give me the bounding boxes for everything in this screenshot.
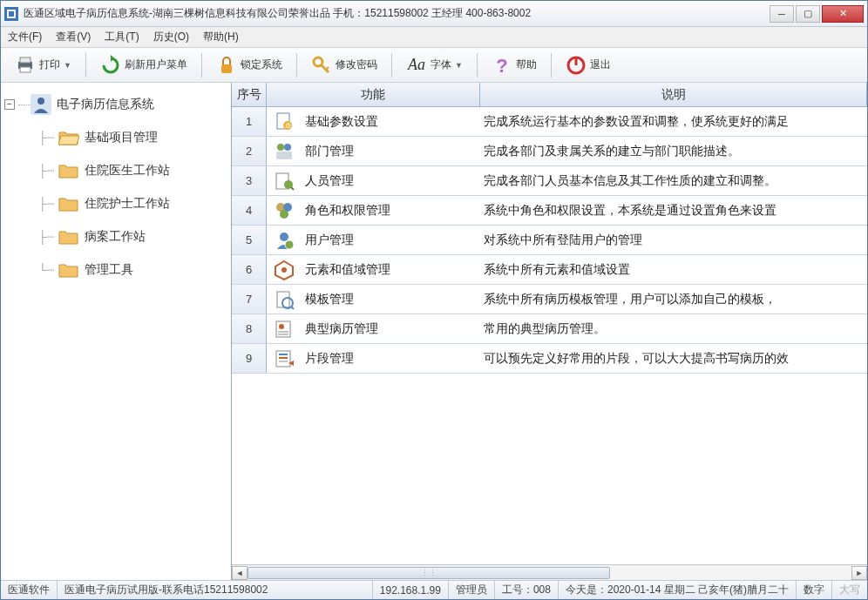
svg-point-15: [37, 98, 44, 104]
collapse-icon[interactable]: −: [4, 99, 15, 110]
print-button[interactable]: 打印 ▼: [8, 52, 78, 78]
col-func[interactable]: 功能: [267, 83, 480, 106]
font-button[interactable]: Aa 字体 ▼: [399, 52, 470, 78]
menu-tools[interactable]: 工具(T): [105, 30, 139, 44]
exit-button[interactable]: 退出: [559, 52, 618, 78]
row-func: 用户管理: [302, 233, 480, 248]
status-app: 医通软件: [1, 581, 58, 599]
menu-file[interactable]: 文件(F): [8, 30, 42, 44]
grid-row[interactable]: 4角色和权限管理系统中角色和权限设置，本系统是通过设置角色来设置: [232, 196, 867, 226]
row-seq: 1: [232, 107, 267, 136]
row-func: 基础参数设置: [302, 114, 480, 130]
row-seq: 8: [232, 314, 267, 343]
maximize-button[interactable]: ▢: [796, 5, 820, 23]
window-controls: ─ ▢ ✕: [770, 5, 864, 23]
print-label: 打印: [39, 57, 60, 72]
status-user: 管理员: [449, 581, 495, 599]
grid-row[interactable]: 7模板管理系统中所有病历模板管理，用户可以添加自己的模板，: [232, 285, 867, 314]
statusbar: 医通软件 医通电子病历试用版-联系电话15211598002 192.168.1…: [1, 580, 867, 599]
col-desc[interactable]: 说明: [480, 83, 867, 106]
refresh-button[interactable]: 刷新用户菜单: [93, 52, 194, 78]
menubar: 文件(F) 查看(V) 工具(T) 历史(O) 帮助(H): [1, 27, 867, 48]
help-button[interactable]: ? 帮助: [485, 52, 544, 78]
row-func: 模板管理: [302, 292, 480, 307]
separator: [551, 53, 552, 78]
folder-icon: [58, 193, 79, 214]
row-icon: [267, 230, 302, 251]
grid-row[interactable]: 6元素和值域管理系统中所有元素和值域设置: [232, 255, 867, 285]
menu-help[interactable]: 帮助(H): [203, 30, 239, 44]
svg-line-33: [291, 307, 294, 309]
svg-point-35: [279, 324, 284, 329]
row-desc: 完成各部门人员基本信息及其工作性质的建立和调整。: [480, 173, 867, 189]
grid-row[interactable]: 2部门管理完成各部门及隶属关系的建立与部门职能描述。: [232, 137, 867, 166]
person-icon: [31, 94, 51, 115]
row-func: 片段管理: [302, 351, 480, 367]
row-desc: 常用的典型病历管理。: [480, 321, 867, 337]
row-desc: 对系统中所有登陆用户的管理: [480, 233, 867, 248]
row-desc: 系统中所有元素和值域设置: [480, 262, 867, 278]
tree-item-label: 住院护士工作站: [85, 196, 170, 212]
grid-body: 1⚙基础参数设置完成系统运行基本的参数设置和调整，使系统更好的满足2部门管理完成…: [232, 107, 867, 564]
row-func: 部门管理: [302, 144, 480, 159]
grid-row[interactable]: 9片段管理可以预先定义好常用的片段，可以大大提高书写病历的效: [232, 344, 867, 374]
status-version: 医通电子病历试用版-联系电话15211598002: [58, 581, 373, 599]
exit-label: 退出: [590, 57, 611, 72]
tree-root[interactable]: − 电子病历信息系统: [4, 88, 227, 121]
folder-icon: [58, 226, 79, 247]
tree-item-admin[interactable]: └┈ 管理工具: [4, 253, 227, 287]
svg-text:⚙: ⚙: [285, 122, 291, 130]
lock-button[interactable]: 锁定系统: [209, 52, 289, 78]
password-button[interactable]: 修改密码: [304, 52, 384, 78]
status-ip: 192.168.1.99: [373, 581, 449, 599]
grid-row[interactable]: 1⚙基础参数设置完成系统运行基本的参数设置和调整，使系统更好的满足: [232, 107, 867, 137]
separator: [85, 53, 86, 78]
grid-row[interactable]: 3人员管理完成各部门人员基本信息及其工作性质的建立和调整。: [232, 166, 867, 196]
row-seq: 4: [232, 196, 267, 225]
grid-row[interactable]: 5用户管理对系统中所有登陆用户的管理: [232, 226, 867, 255]
sidebar-tree: − 电子病历信息系统 ├┈ 基础项目管理 ├┈ 住院医生工作站 ├┈ 住院护士工…: [1, 83, 232, 580]
minimize-button[interactable]: ─: [770, 5, 794, 23]
tree-item-doctor[interactable]: ├┈ 住院医生工作站: [4, 154, 227, 187]
svg-line-10: [326, 67, 329, 70]
scroll-left-icon[interactable]: ◄: [232, 566, 248, 580]
row-desc: 完成各部门及隶属关系的建立与部门职能描述。: [480, 144, 867, 159]
horizontal-scrollbar[interactable]: ◄ ⋮⋮ ►: [232, 564, 867, 580]
status-numlock: 数字: [797, 581, 832, 599]
app-icon: [4, 7, 18, 21]
row-desc: 完成系统运行基本的参数设置和调整，使系统更好的满足: [480, 114, 867, 130]
scroll-right-icon[interactable]: ►: [851, 566, 867, 580]
key-icon: [311, 55, 332, 76]
row-desc: 可以预先定义好常用的片段，可以大大提高书写病历的效: [480, 351, 867, 367]
dropdown-icon: ▼: [455, 61, 463, 70]
svg-point-19: [277, 144, 284, 151]
row-icon: [267, 200, 302, 221]
titlebar: 医通区域电子病历信息系统-湖南三棵树信息科技有限公司荣誉出品 手机：152115…: [1, 1, 867, 27]
row-func: 典型病历管理: [302, 321, 480, 337]
tree-item-records[interactable]: ├┈ 病案工作站: [4, 220, 227, 253]
row-seq: 5: [232, 226, 267, 254]
menu-view[interactable]: 查看(V): [56, 30, 91, 44]
svg-point-20: [284, 144, 291, 151]
close-button[interactable]: ✕: [822, 5, 864, 23]
tree-item-label: 住院医生工作站: [85, 163, 170, 179]
grid-row[interactable]: 8典型病历管理常用的典型病历管理。: [232, 314, 867, 344]
tree-item-basic[interactable]: ├┈ 基础项目管理: [4, 121, 227, 154]
scroll-track[interactable]: ⋮⋮: [248, 566, 851, 580]
font-label: 字体: [431, 57, 451, 72]
row-func: 角色和权限管理: [302, 203, 480, 219]
svg-text:?: ?: [496, 55, 507, 76]
printer-icon: [15, 55, 36, 76]
status-capslock: 大写: [832, 581, 867, 599]
tree-item-nurse[interactable]: ├┈ 住院护士工作站: [4, 187, 227, 220]
folder-icon: [58, 260, 79, 280]
row-icon: [267, 260, 302, 280]
scroll-thumb[interactable]: ⋮⋮: [248, 567, 610, 579]
col-seq[interactable]: 序号: [232, 83, 267, 106]
row-seq: 3: [232, 166, 267, 195]
menu-history[interactable]: 历史(O): [153, 30, 189, 44]
row-seq: 2: [232, 137, 267, 165]
content-grid: 序号 功能 说明 1⚙基础参数设置完成系统运行基本的参数设置和调整，使系统更好的…: [232, 83, 867, 580]
separator: [477, 53, 478, 78]
main-area: − 电子病历信息系统 ├┈ 基础项目管理 ├┈ 住院医生工作站 ├┈ 住院护士工…: [1, 83, 867, 580]
